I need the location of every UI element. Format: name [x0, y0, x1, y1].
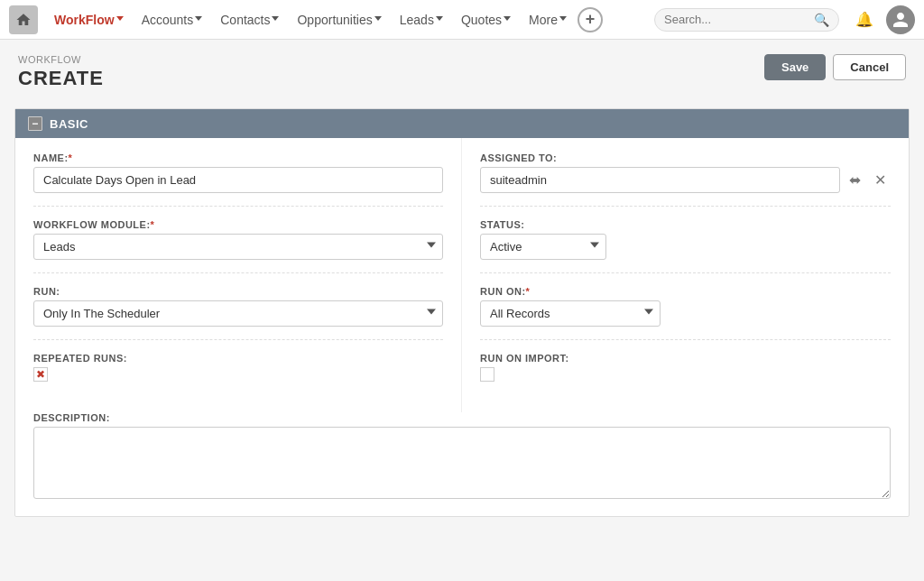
nav-item-workflow[interactable]: WorkFlow [47, 7, 131, 32]
run-select-wrapper: Only In The SchedulerAlwaysOnce [33, 300, 443, 327]
navbar: WorkFlow Accounts Contacts Opportunities… [0, 0, 924, 40]
page-actions: Save Cancel [764, 54, 906, 80]
contacts-dropdown-icon [272, 16, 279, 24]
repeated-runs-checkbox[interactable]: ✖ [33, 367, 48, 382]
assigned-to-label: ASSIGNED TO: [480, 152, 891, 163]
basic-section-header[interactable]: − BASIC [15, 109, 909, 138]
save-button[interactable]: Save [764, 54, 826, 80]
form-col-left: NAME:* WORKFLOW MODULE:* LeadsAccountsCo… [15, 138, 462, 412]
assigned-select-icon[interactable]: ⬌ [844, 170, 865, 191]
nav-item-opportunities[interactable]: Opportunities [290, 7, 388, 32]
home-button[interactable] [9, 5, 38, 34]
form-body: NAME:* WORKFLOW MODULE:* LeadsAccountsCo… [15, 138, 909, 516]
repeated-runs-group: REPEATED RUNS: ✖ [33, 353, 443, 382]
nav-item-more[interactable]: More [522, 7, 574, 32]
repeated-runs-label: REPEATED RUNS: [33, 353, 443, 364]
assigned-to-input[interactable] [480, 167, 840, 193]
run-on-group: RUN ON:* All RecordsNew Records OnlyModi… [480, 286, 891, 340]
cancel-button[interactable]: Cancel [833, 54, 906, 80]
run-select[interactable]: Only In The SchedulerAlwaysOnce [33, 300, 443, 327]
nav-item-quotes[interactable]: Quotes [454, 7, 518, 32]
run-on-import-label: RUN ON IMPORT: [480, 353, 891, 364]
workflow-dropdown-icon [116, 16, 124, 24]
nav-icons: 🔔 [850, 5, 915, 34]
assigned-to-wrapper: ⬌ ✕ [480, 167, 891, 193]
nav-item-leads[interactable]: Leads [393, 7, 450, 32]
collapse-button[interactable]: − [28, 116, 42, 131]
add-button[interactable]: + [578, 7, 603, 32]
name-input[interactable] [33, 167, 443, 193]
status-group: STATUS: ActiveInactive [480, 219, 891, 273]
status-label: STATUS: [480, 219, 891, 230]
user-avatar-button[interactable] [886, 5, 915, 34]
workflow-module-select[interactable]: LeadsAccountsContactsOpportunities [33, 234, 443, 260]
nav-item-accounts[interactable]: Accounts [134, 7, 210, 32]
status-select-wrapper: ActiveInactive [480, 234, 606, 260]
notifications-button[interactable]: 🔔 [850, 5, 879, 34]
leads-dropdown-icon [436, 16, 443, 24]
opportunities-dropdown-icon [374, 16, 382, 24]
name-label: NAME:* [33, 152, 443, 163]
workflow-module-label: WORKFLOW MODULE:* [33, 219, 443, 230]
form-card: − BASIC NAME:* WORKFLOW MODULE:* [14, 108, 910, 517]
run-on-select-wrapper: All RecordsNew Records OnlyModified Reco… [480, 300, 661, 327]
assigned-to-group: ASSIGNED TO: ⬌ ✕ [480, 152, 891, 207]
run-group: RUN: Only In The SchedulerAlwaysOnce [33, 286, 443, 340]
nav-item-contacts[interactable]: Contacts [213, 7, 286, 32]
run-on-import-checkbox[interactable] [480, 367, 494, 382]
description-input[interactable] [33, 427, 891, 499]
run-on-select[interactable]: All RecordsNew Records OnlyModified Reco… [480, 300, 661, 327]
form-col-right: ASSIGNED TO: ⬌ ✕ STATUS: ActiveI [462, 138, 909, 412]
search-icon: 🔍 [814, 13, 829, 27]
run-on-label: RUN ON:* [480, 286, 891, 297]
workflow-module-select-wrapper: LeadsAccountsContactsOpportunities [33, 234, 443, 260]
run-on-import-group: RUN ON IMPORT: [480, 353, 891, 382]
quotes-dropdown-icon [504, 16, 511, 24]
status-select[interactable]: ActiveInactive [480, 234, 606, 260]
description-group: DESCRIPTION: [15, 412, 909, 516]
name-group: NAME:* [33, 152, 443, 207]
workflow-module-group: WORKFLOW MODULE:* LeadsAccountsContactsO… [33, 219, 443, 273]
more-dropdown-icon [559, 16, 567, 24]
search-bar: 🔍 [654, 8, 839, 32]
search-input[interactable] [664, 13, 808, 26]
assigned-clear-icon[interactable]: ✕ [869, 170, 891, 191]
accounts-dropdown-icon [195, 16, 202, 24]
section-title: BASIC [50, 117, 88, 131]
description-label: DESCRIPTION: [33, 412, 891, 423]
run-label: RUN: [33, 286, 443, 297]
